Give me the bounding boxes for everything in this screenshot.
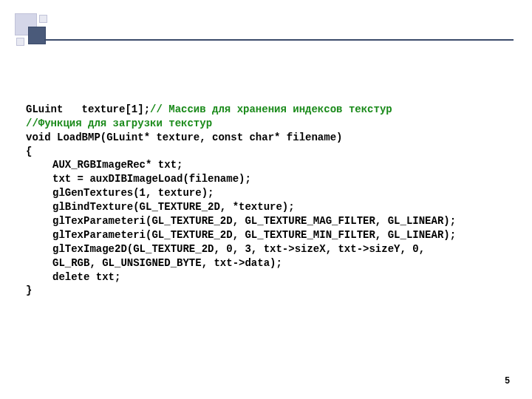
code-snippet: GLuint texture[1];// Массив для хранения… bbox=[26, 89, 510, 298]
code-line: glTexParameteri(GL_TEXTURE_2D, GL_TEXTUR… bbox=[26, 229, 456, 241]
code-line: void LoadBMP(GLuint* texture, const char… bbox=[26, 132, 342, 143]
code-line: txt = auxDIBImageLoad(filename); bbox=[26, 173, 251, 185]
code-line: delete txt; bbox=[26, 271, 120, 283]
corner-decoration-icon bbox=[15, 13, 52, 50]
code-line: glBindTexture(GL_TEXTURE_2D, *texture); bbox=[26, 201, 295, 213]
code-line: glGenTextures(1, texture); bbox=[26, 187, 214, 199]
page-number: 5 bbox=[505, 375, 510, 386]
header-divider bbox=[44, 39, 514, 41]
code-line: glTexImage2D(GL_TEXTURE_2D, 0, 3, txt->s… bbox=[26, 243, 425, 255]
code-line: } bbox=[26, 284, 32, 296]
code-line: GLuint texture[1];// Массив для хранения… bbox=[26, 103, 392, 115]
code-line: AUX_RGBImageRec* txt; bbox=[26, 159, 183, 171]
code-line: { bbox=[26, 146, 32, 157]
code-line: GL_RGB, GL_UNSIGNED_BYTE, txt->data); bbox=[26, 257, 282, 269]
code-line: //Функция для загрузки текстур bbox=[26, 117, 212, 129]
code-line: glTexParameteri(GL_TEXTURE_2D, GL_TEXTUR… bbox=[26, 215, 456, 227]
